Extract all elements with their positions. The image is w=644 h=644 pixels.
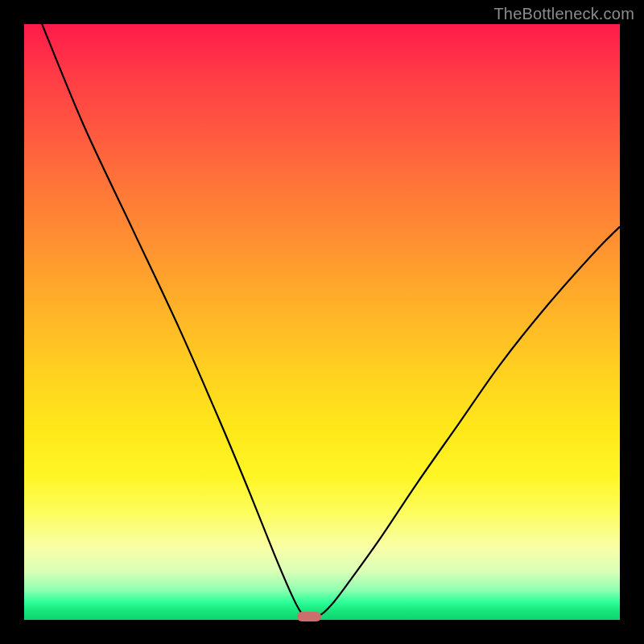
optimum-marker (297, 612, 321, 621)
curve-svg (24, 24, 620, 620)
plot-area (24, 24, 620, 620)
chart-container: TheBottleneck.com (0, 0, 644, 644)
watermark-text: TheBottleneck.com (493, 5, 634, 23)
bottleneck-curve-path (42, 24, 620, 617)
